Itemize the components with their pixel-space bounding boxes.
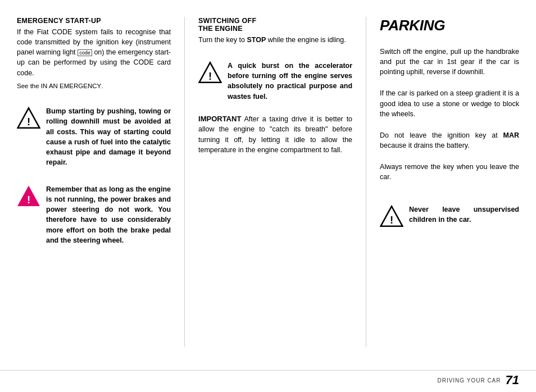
important-block: IMPORTANT After a taxing drive it is bet… bbox=[198, 114, 352, 158]
parking-para2: If the car is parked on a steep gradient… bbox=[380, 88, 519, 118]
stop-word: STOP bbox=[247, 36, 266, 44]
children-warning-box: ! Never leave unsupervised children in t… bbox=[380, 204, 519, 228]
col-left: EMERGENCY START-UP If the Fiat CODE syst… bbox=[17, 17, 171, 347]
quick-burst-warning-icon: ! bbox=[198, 61, 222, 84]
emergency-heading: EMERGENCY START-UP bbox=[17, 17, 171, 25]
parking-heading: PARKING bbox=[380, 17, 519, 34]
mar-label: MAR bbox=[503, 131, 519, 139]
code-key-icon: code bbox=[78, 49, 92, 57]
brakes-warning-text: Remember that as long as the engine is n… bbox=[46, 184, 171, 245]
important-para: IMPORTANT After a taxing drive it is bet… bbox=[198, 114, 352, 155]
brakes-warning-box: ! Remember that as long as the engine is… bbox=[17, 184, 171, 245]
emergency-startup-section: EMERGENCY START-UP If the Fiat CODE syst… bbox=[17, 17, 171, 94]
col-mid: SWITCHING OFF THE ENGINE Turn the key to… bbox=[198, 17, 352, 347]
bump-warning-box: ! Bump starting by pushing, towing or ro… bbox=[17, 106, 171, 167]
switching-off-para: Turn the key to STOP while the engine is… bbox=[198, 35, 352, 45]
bump-warning-text: Bump starting by pushing, towing or roll… bbox=[46, 106, 171, 167]
page-number: 71 bbox=[506, 374, 519, 386]
parking-para3: Do not leave the ignition key at MAR bec… bbox=[380, 130, 519, 151]
content-area: EMERGENCY START-UP If the Fiat CODE syst… bbox=[17, 17, 519, 347]
switching-off-heading: SWITCHING OFF THE ENGINE bbox=[198, 17, 352, 33]
important-label: IMPORTANT bbox=[198, 115, 241, 123]
divider-left-mid bbox=[184, 17, 185, 347]
footer-label: DRIVING YOUR CAR bbox=[437, 377, 501, 384]
emergency-para: If the Fiat CODE system fails to recogni… bbox=[17, 27, 171, 78]
quick-burst-warning-text: A quick burst on the accelerator before … bbox=[228, 61, 352, 102]
page-footer: DRIVING YOUR CAR 71 bbox=[0, 370, 536, 386]
page: EMERGENCY START-UP If the Fiat CODE syst… bbox=[0, 0, 536, 392]
children-warning-text: Never leave unsupervised children in the… bbox=[409, 204, 519, 225]
svg-text:!: ! bbox=[390, 214, 393, 226]
see-line: See the IN AN EMERGENCY. bbox=[17, 81, 171, 91]
parking-para4: Always remove the key when you leave the… bbox=[380, 162, 519, 182]
quick-burst-warning-box: ! A quick burst on the accelerator befor… bbox=[198, 61, 352, 102]
svg-text:!: ! bbox=[27, 116, 30, 127]
children-warning-icon: ! bbox=[380, 204, 403, 228]
svg-text:!: ! bbox=[208, 70, 212, 82]
pink-warning-icon: ! bbox=[17, 184, 40, 208]
svg-text:!: ! bbox=[27, 194, 30, 206]
parking-para1: Switch off the engine, pull up the handb… bbox=[380, 47, 519, 77]
triangle-warning-icon: ! bbox=[17, 106, 40, 130]
switching-off-section: SWITCHING OFF THE ENGINE Turn the key to… bbox=[198, 17, 352, 48]
col-right: PARKING Switch off the engine, pull up t… bbox=[380, 17, 519, 347]
divider-mid-right bbox=[366, 17, 366, 347]
see-caps: IN AN EMERGENCY bbox=[41, 83, 101, 89]
